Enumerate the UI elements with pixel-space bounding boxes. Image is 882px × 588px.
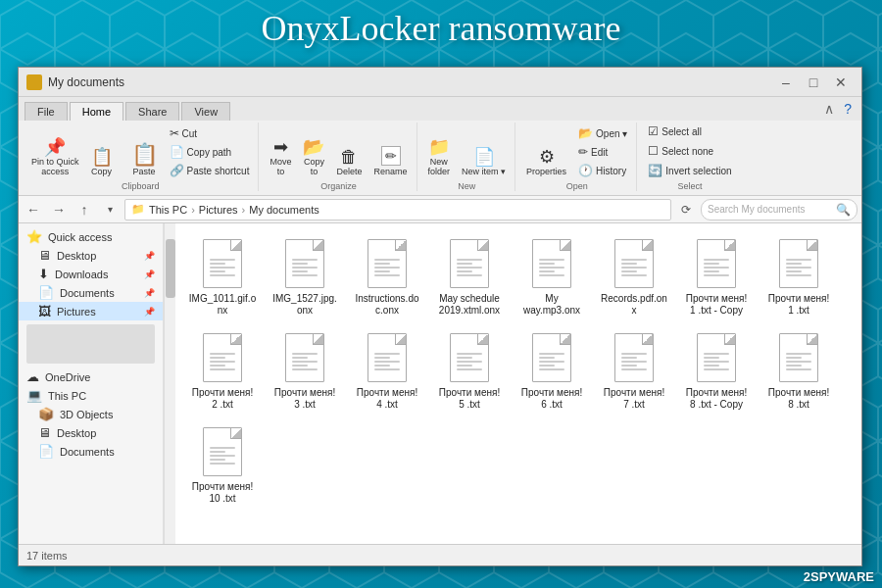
content-area: ⭐ Quick access 🖥 Desktop 📌 ⬇ Downloads 📌… [19, 223, 861, 544]
file-item[interactable]: Прочти меня! 8 .txt - Copy [677, 325, 756, 416]
window-controls: – □ ✕ [773, 73, 854, 92]
file-item[interactable]: Прочти меня! 2 .txt [183, 325, 262, 416]
window-title: My documents [48, 75, 773, 89]
file-label: Прочти меня! 1 .txt - Copy [682, 293, 751, 317]
tab-share[interactable]: Share [125, 102, 179, 121]
minimize-button[interactable]: – [773, 73, 799, 92]
rename-button[interactable]: ✏ Rename [368, 143, 412, 179]
paste-shortcut-button[interactable]: 🔗Paste shortcut [165, 162, 255, 179]
sidebar-item-pictures[interactable]: 🖼 Pictures 📌 [19, 302, 163, 320]
maximize-button[interactable]: □ [801, 73, 826, 92]
history-button[interactable]: 🕐History [573, 162, 632, 179]
sidebar-item-onedrive[interactable]: ☁ OneDrive [19, 368, 163, 386]
file-item[interactable]: IMG_1527.jpg.onx [266, 231, 344, 321]
bc-pictures[interactable]: Pictures [199, 204, 238, 216]
tab-view[interactable]: View [181, 102, 230, 121]
cut-button[interactable]: ✂Cut [165, 124, 255, 142]
page-title: OnyxLocker ransomware [262, 8, 621, 49]
select-group: ☑Select all ☐Select none 🔄Invert selecti… [639, 122, 740, 191]
sidebar-item-documents[interactable]: 📄 Documents 📌 [19, 283, 163, 302]
desktop2-icon: 🖥 [38, 425, 51, 440]
desktop-icon: 🖥 [38, 248, 51, 263]
up-button[interactable]: ↑ [74, 199, 95, 220]
help-button[interactable]: ? [840, 101, 856, 117]
back-button[interactable]: ← [23, 199, 44, 220]
close-button[interactable]: ✕ [828, 73, 854, 92]
window-icon [26, 74, 42, 90]
bc-my-documents[interactable]: My documents [249, 204, 319, 216]
this-pc-icon: 💻 [26, 388, 42, 403]
file-item[interactable]: Прочти меня! 6 .txt [513, 325, 591, 416]
pin-button[interactable]: 📌 Pin to Quickaccess [26, 135, 84, 179]
forward-button[interactable]: → [48, 199, 70, 220]
move-to-button[interactable]: ➡ Moveto [265, 135, 296, 179]
copy-button[interactable]: 📋 Copy [86, 145, 118, 179]
paste-button[interactable]: 📋 Paste [126, 141, 163, 179]
file-label: Прочти меня! 2 .txt [188, 387, 257, 411]
ribbon: 📌 Pin to Quickaccess 📋 Copy 📋 Paste [19, 121, 861, 196]
sidebar-item-downloads[interactable]: ⬇ Downloads 📌 [19, 265, 163, 283]
quick-access-label: Quick access [48, 231, 112, 243]
file-item[interactable]: Прочти меня! 1 .txt - Copy [677, 231, 756, 321]
file-label: My way.mp3.onx [517, 293, 586, 317]
pictures-icon: 🖼 [38, 304, 51, 318]
onedrive-icon: ☁ [26, 369, 39, 384]
recent-button[interactable]: ▾ [99, 199, 121, 220]
clipboard-group: 📌 Pin to Quickaccess 📋 Copy 📋 Paste [23, 122, 259, 191]
onedrive-label: OneDrive [45, 371, 90, 383]
file-item[interactable]: Instructions.doc.onx [348, 231, 426, 321]
file-item[interactable]: Прочти меня! 7 .txt [595, 325, 673, 416]
sidebar-item-3d-objects[interactable]: 📦 3D Objects [19, 405, 163, 423]
documents2-icon: 📄 [38, 444, 54, 459]
file-item[interactable]: My way.mp3.onx [513, 231, 591, 321]
file-item[interactable]: IMG_1011.gif.onx [183, 231, 262, 321]
file-label: IMG_1527.jpg.onx [270, 293, 339, 317]
sidebar-item-documents2[interactable]: 📄 Documents [19, 442, 163, 461]
properties-button[interactable]: ⚙ Properties [521, 145, 571, 179]
file-item[interactable]: Прочти меня! 10 .txt [183, 419, 262, 510]
sidebar-item-desktop[interactable]: 🖥 Desktop 📌 [19, 246, 163, 265]
address-bar: ← → ↑ ▾ 📁 This PC › Pictures › My docume… [19, 196, 861, 223]
select-all-button[interactable]: ☑Select all [643, 122, 736, 140]
status-text: 17 items [26, 550, 68, 562]
file-label: May schedule 2019.xtml.onx [435, 293, 504, 317]
ribbon-collapse-button[interactable]: ∧ [818, 101, 840, 117]
bc-sep-2: › [242, 204, 246, 216]
file-item[interactable]: Прочти меня! 8 .txt [760, 325, 838, 416]
refresh-button[interactable]: ⟳ [675, 199, 697, 220]
select-none-button[interactable]: ☐Select none [643, 142, 736, 160]
breadcrumb[interactable]: 📁 This PC › Pictures › My documents [124, 199, 671, 220]
bc-this-pc[interactable]: This PC [149, 204, 187, 216]
documents-icon: 📄 [38, 285, 54, 300]
file-item[interactable]: Records.pdf.onx [595, 231, 673, 321]
sidebar-item-this-pc[interactable]: 💻 This PC [19, 386, 163, 405]
open-button[interactable]: 📂Open ▾ [573, 124, 632, 142]
new-folder-button[interactable]: 📁 Newfolder [423, 135, 456, 179]
search-box[interactable]: Search My documents 🔍 [701, 199, 858, 220]
new-item-button[interactable]: 📄 New item ▾ [457, 145, 511, 179]
sidebar-item-quick-access[interactable]: ⭐ Quick access [19, 227, 163, 246]
file-label: Прочти меня! 1 .txt [764, 293, 833, 317]
edit-button[interactable]: ✏Edit [573, 143, 632, 161]
sidebar: ⭐ Quick access 🖥 Desktop 📌 ⬇ Downloads 📌… [19, 223, 164, 544]
file-item[interactable]: Прочти меня! 1 .txt [760, 231, 838, 321]
copy-to-button[interactable]: 📂 Copyto [298, 135, 329, 179]
tab-home[interactable]: Home [70, 102, 123, 121]
invert-selection-button[interactable]: 🔄Invert selection [643, 162, 736, 179]
search-placeholder-text: Search My documents [708, 204, 806, 215]
3d-objects-label: 3D Objects [60, 409, 113, 420]
file-item[interactable]: Прочти меня! 5 .txt [430, 325, 509, 416]
sidebar-scrollbar[interactable] [164, 223, 175, 544]
tab-file[interactable]: File [24, 102, 68, 121]
file-item[interactable]: Прочти меня! 4 .txt [348, 325, 426, 416]
copy-path-button[interactable]: 📄Copy path [165, 143, 255, 161]
file-grid: IMG_1011.gif.onxIMG_1527.jpg.onxInstruct… [175, 223, 861, 544]
bc-folder-icon: 📁 [131, 203, 145, 216]
file-label: Прочти меня! 10 .txt [188, 481, 257, 505]
delete-button[interactable]: 🗑 Delete [331, 145, 367, 179]
sidebar-scrollbar-thumb[interactable] [166, 239, 175, 298]
sidebar-item-desktop2[interactable]: 🖥 Desktop [19, 423, 163, 442]
file-item[interactable]: May schedule 2019.xtml.onx [430, 231, 509, 321]
3d-objects-icon: 📦 [38, 407, 54, 421]
file-item[interactable]: Прочти меня! 3 .txt [266, 325, 344, 416]
